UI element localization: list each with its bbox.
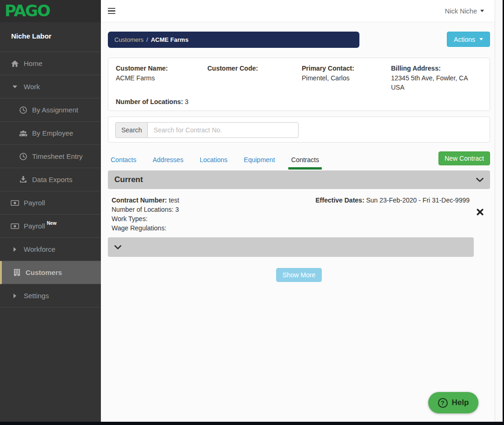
hamburger-icon xyxy=(108,8,115,9)
sidebar-nav: Home Work By Assignment By Employee xyxy=(0,52,101,307)
delete-contract-icon[interactable] xyxy=(477,209,484,216)
new-contract-button[interactable]: New Contract xyxy=(438,151,490,165)
contract-work-types-line: Work Types: xyxy=(112,214,485,223)
chevron-down-icon xyxy=(476,178,484,182)
contract-number-value: test xyxy=(169,196,179,204)
sidebar-item-payroll[interactable]: Payroll xyxy=(0,191,101,215)
money-icon xyxy=(10,223,20,229)
app-window: PAGO Niche Labor Home Work By Assignment xyxy=(0,0,504,425)
sidebar-item-by-employee[interactable]: By Employee xyxy=(0,122,101,145)
sidebar-item-label: Payroll xyxy=(24,222,45,230)
customer-name-label: Customer Name: xyxy=(116,64,207,72)
customer-name-value: ACME Farms xyxy=(116,73,207,83)
customer-tabs: Contacts Addresses Locations Equipment C… xyxy=(108,152,332,167)
sidebar-item-label: Payroll xyxy=(24,199,45,207)
tab-contacts[interactable]: Contacts xyxy=(108,152,139,167)
caret-down-icon xyxy=(10,85,20,88)
tab-addresses[interactable]: Addresses xyxy=(150,152,186,167)
tabs-row: Contacts Addresses Locations Equipment C… xyxy=(108,152,490,170)
org-name: Niche Labor xyxy=(0,22,101,52)
locations-label: Number of Locations: xyxy=(116,98,183,105)
primary-contact-label: Primary Contact: xyxy=(302,64,391,72)
sidebar-item-label: By Assignment xyxy=(32,106,78,114)
contract-search-card: Search xyxy=(108,117,490,143)
tab-equipment[interactable]: Equipment xyxy=(241,152,278,167)
sidebar-item-label: Work xyxy=(24,83,40,91)
contract-wage-regulations-line: Wage Regulations: xyxy=(112,223,485,233)
user-menu[interactable]: Nick Niche xyxy=(445,7,484,15)
breadcrumb-customers-link[interactable]: Customers xyxy=(114,36,144,43)
user-name: Nick Niche xyxy=(445,7,477,15)
effective-dates-value: Sun 23-Feb-2020 - Fri 31-Dec-9999 xyxy=(366,196,470,204)
collapsed-section-header[interactable] xyxy=(108,237,474,257)
sidebar-item-by-assignment[interactable]: By Assignment xyxy=(0,98,101,122)
app-logo[interactable]: PAGO xyxy=(0,0,101,22)
clock-icon xyxy=(19,153,28,160)
tab-contracts[interactable]: Contracts xyxy=(288,152,322,167)
sidebar-item-customers[interactable]: Customers xyxy=(0,261,101,284)
main-area: Nick Niche Customers / ACME Farms Action… xyxy=(101,0,495,422)
sidebar-item-settings[interactable]: Settings xyxy=(0,284,101,307)
show-more-button[interactable]: Show More xyxy=(276,268,322,282)
breadcrumb-separator: / xyxy=(146,36,148,43)
scrollbar[interactable] xyxy=(495,0,503,422)
money-icon xyxy=(10,200,20,206)
top-bar: Nick Niche xyxy=(101,0,495,22)
sidebar-item-workforce[interactable]: Workforce xyxy=(0,238,101,261)
contract-number-label: Contract Number: xyxy=(112,196,167,204)
sidebar-item-payroll-new[interactable]: Payroll New xyxy=(0,215,101,238)
effective-dates-label: Effective Dates: xyxy=(316,196,365,204)
download-icon xyxy=(19,176,28,183)
sidebar-item-timesheet-entry[interactable]: Timesheet Entry xyxy=(0,145,101,168)
sidebar-item-data-exports[interactable]: Data Exports xyxy=(0,168,101,191)
billing-address-label: Billing Address: xyxy=(391,64,482,72)
contract-detail: Contract Number: test Number of Location… xyxy=(108,189,490,237)
help-button[interactable]: Help xyxy=(428,392,478,413)
caret-right-icon xyxy=(10,247,20,252)
caret-down-icon xyxy=(479,38,483,40)
search-addon-label: Search xyxy=(115,122,147,138)
sidebar: PAGO Niche Labor Home Work By Assignment xyxy=(0,0,101,422)
contract-locations-line: Number of Locations: 3 xyxy=(112,205,485,214)
help-label: Help xyxy=(452,398,469,407)
contract-search-input[interactable] xyxy=(147,122,298,138)
clock-icon xyxy=(19,106,28,114)
building-icon xyxy=(12,269,21,276)
caret-down-icon xyxy=(480,10,484,12)
sidebar-item-label: By Employee xyxy=(32,129,73,137)
tab-locations[interactable]: Locations xyxy=(197,152,230,167)
breadcrumb-current: ACME Farms xyxy=(151,36,188,43)
home-icon xyxy=(10,60,20,67)
sidebar-item-label: Workforce xyxy=(24,245,55,253)
billing-address-value: 12345 5th Ave, Fowler, CA USA xyxy=(391,73,477,92)
sidebar-item-label: Data Exports xyxy=(32,176,73,183)
sidebar-item-home[interactable]: Home xyxy=(0,52,101,75)
locations-value: 3 xyxy=(185,98,189,105)
chevron-down-icon xyxy=(114,245,121,249)
sidebar-item-label: Customers xyxy=(26,268,62,276)
new-badge: New xyxy=(47,221,57,226)
sidebar-item-label: Timesheet Entry xyxy=(32,152,83,160)
primary-contact-value: Pimentel, Carlos xyxy=(302,73,391,83)
customer-summary-card: Customer Name: ACME Farms Customer Code:… xyxy=(108,58,490,111)
breadcrumb: Customers / ACME Farms xyxy=(108,32,359,48)
customer-code-label: Customer Code: xyxy=(207,64,302,72)
menu-toggle-button[interactable] xyxy=(107,6,116,16)
sidebar-item-label: Home xyxy=(24,59,42,67)
caret-right-icon xyxy=(10,294,20,298)
users-icon xyxy=(19,130,28,137)
current-contracts-section-header[interactable]: Current xyxy=(108,170,490,189)
actions-button[interactable]: Actions xyxy=(447,32,490,47)
question-mark-icon xyxy=(438,398,448,408)
page-content: Customers / ACME Farms Actions Customer … xyxy=(101,22,495,282)
window-edge xyxy=(0,422,504,425)
sidebar-item-work[interactable]: Work xyxy=(0,75,101,98)
section-title: Current xyxy=(114,175,143,184)
sidebar-item-label: Settings xyxy=(24,292,49,300)
